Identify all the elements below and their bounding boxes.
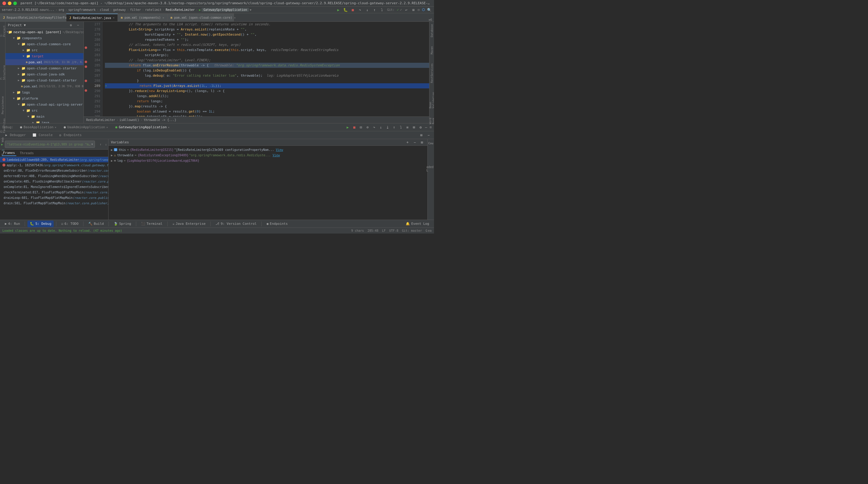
settings-btn[interactable]: ⚙ <box>68 22 74 28</box>
expand-var-btn[interactable]: ▶ <box>111 153 113 157</box>
tree-item-platform[interactable]: ▼ 📁 platform <box>5 95 84 102</box>
breadcrumb-method[interactable]: isAllowed() <box>119 118 139 122</box>
tab-menu-btn[interactable]: ≡6 <box>427 18 434 22</box>
structure-panel-label[interactable]: 7: Structure <box>0 64 6 81</box>
terminal-tool-item[interactable]: ⬛ Terminal <box>138 221 165 227</box>
minimize-panel-btn[interactable]: − <box>426 132 432 138</box>
restservices-panel-label[interactable]: RestServices <box>430 62 433 84</box>
tree-item-target[interactable]: ▼ 📁 target <box>5 53 84 59</box>
wordbook-panel-label[interactable]: Word Book <box>429 116 434 125</box>
frame-item[interactable]: apply:-1, 1825075436 (org.springframewor… <box>0 162 108 168</box>
layout-btn[interactable]: ⊞ <box>418 132 424 138</box>
step-out-debug-btn[interactable]: ↑ <box>391 124 397 130</box>
collapse-btn[interactable]: − <box>75 22 81 28</box>
google-status[interactable]: ea <box>428 229 432 232</box>
breadcrumb-item[interactable]: filter <box>130 8 141 11</box>
thread-selector[interactable]: "lettuce-nioEventLoop-4-1"@13,989 in gro… <box>5 141 95 148</box>
debug-btn[interactable]: 🐛 <box>343 7 349 13</box>
code-editor[interactable]: 277 278 279 280 281 282 283 284 285 286 … <box>84 22 429 116</box>
breadcrumb-class[interactable]: RedisRateLimiter <box>86 118 115 122</box>
tree-item-common-core[interactable]: ▼ 📁 open-cloud-common-core <box>5 41 84 47</box>
tree-item-components[interactable]: ▼ 📁 components <box>5 35 84 41</box>
frame-item[interactable]: checkTerminated:817, FluxFlatMap$FlatMap… <box>0 190 108 195</box>
evaluate-btn[interactable]: ≡ <box>404 124 410 130</box>
thread-up-btn[interactable]: ↑ <box>98 142 103 147</box>
step-over-btn[interactable]: ↷ <box>357 7 363 13</box>
step-into-debug-btn[interactable]: ↓ <box>378 124 384 130</box>
run-cursor-btn[interactable]: ⤵ <box>379 7 385 13</box>
var-item-this[interactable]: ▶ ○ this = {RedisRateLimiter@15215} "[Re… <box>108 147 427 152</box>
frame-item[interactable]: onError:88, FluxOnErrorResume$ResumeSubs… <box>0 168 108 173</box>
debug-tab-gateway[interactable]: ⬟ GatewaySpringApplication × <box>112 124 173 130</box>
database-panel-label[interactable]: Database <box>430 23 433 38</box>
debug-subtab-console[interactable]: ⬜ Console <box>30 133 56 138</box>
debug-tool-item[interactable]: 🐛 5: Debug <box>27 221 54 227</box>
tree-item-main[interactable]: ▼ 📁 main <box>5 113 84 119</box>
frames-tab-threads[interactable]: Threads <box>19 150 35 156</box>
breadcrumb-item[interactable]: gateway <box>113 8 126 11</box>
breadcrumb-item[interactable]: server-2.2.9.RELEASE-sourc... <box>2 8 55 11</box>
run-cursor-debug-btn[interactable]: ⤵ <box>398 124 404 130</box>
persistence-panel-label[interactable]: Persistence <box>1 95 4 116</box>
breadcrumb-app-item[interactable]: GatewaySpringApplication <box>202 8 249 12</box>
tree-item-pom2[interactable]: m pom.xml 2021/12/22, 2:36 下午, 838 B 3 m… <box>5 83 84 89</box>
encoding-status[interactable]: UTF-8 <box>390 229 398 232</box>
spring-tool-item[interactable]: 🍃 Spring <box>111 221 133 227</box>
force-step-btn[interactable]: ⤓ <box>384 124 391 130</box>
frame-item[interactable]: deferredError:408, FluxUsingWhen$UsingWh… <box>0 173 108 179</box>
minimize-button[interactable] <box>8 1 11 5</box>
undo-btn[interactable]: ↩ <box>403 7 409 13</box>
breadcrumb-item[interactable]: ratelimit <box>145 8 161 11</box>
favorites-panel-label[interactable]: 2: Favorites <box>0 117 6 134</box>
versioncontrol-tool-item[interactable]: ⎇ 9: Version Control <box>213 221 259 227</box>
frame-item[interactable]: drain:581, FluxFlatMap$FlatMapMain (reac… <box>0 200 108 206</box>
web-panel-label[interactable]: Web <box>1 136 4 143</box>
settings-variables-btn[interactable]: ⊞ <box>419 139 425 145</box>
tree-item-root[interactable]: ▼ 📁 nextop-open-api [parent] ~/Desktop/c… <box>5 29 84 35</box>
code-content[interactable]: // The arguments to the LUA script. time… <box>102 22 429 116</box>
breadcrumb-lambda[interactable]: throwable -> {...} <box>144 118 176 122</box>
run-tool-item[interactable]: ▶ 4: Run <box>2 221 22 227</box>
eventlog-tool-item[interactable]: 🔔 Event Log <box>403 221 432 227</box>
frame-item[interactable]: onComplete:81, MonoIgnoreElements$Ignore… <box>0 184 108 190</box>
collapse-debug-btn[interactable]: − <box>425 125 427 130</box>
tab-requestratelimiter[interactable]: J RequestRateLimiterGatewayFilterFactory… <box>0 13 66 22</box>
breadcrumb-item[interactable]: org <box>59 8 64 11</box>
tab-pomxml-components[interactable]: m pom.xml (components) × <box>118 13 167 22</box>
expand-var-btn[interactable]: ▶ <box>111 148 113 151</box>
todo-tool-item[interactable]: ☑ 6: TODO <box>59 221 81 227</box>
tree-item-logs[interactable]: ▶ 📁 logs <box>5 89 84 95</box>
stop-btn[interactable]: ■ <box>350 7 356 13</box>
run-btn[interactable]: ▶ <box>336 7 341 13</box>
javaenterprise-tool-item[interactable]: ☕ Java Enterprise <box>170 221 208 227</box>
tree-item-tenant-starter[interactable]: ▶ 📁 open-cloud-tenant-starter <box>5 77 84 83</box>
resume-btn[interactable]: ▶ <box>345 124 351 130</box>
var-item-log[interactable]: ▶ ∞ log = {LogAdapter$Slf4jLocationAware… <box>108 158 427 163</box>
tree-item-java-sdk[interactable]: ▶ 📁 open-cloud-java-sdk <box>5 71 84 77</box>
breakpoint-icon[interactable] <box>84 88 89 93</box>
close-icon[interactable]: × <box>168 126 169 129</box>
git-status[interactable]: Git: master <box>402 229 422 232</box>
breakpoint-icon[interactable] <box>84 64 89 69</box>
tab-close-btn[interactable]: × <box>113 16 114 19</box>
counter-icon[interactable]: Cou <box>428 140 434 146</box>
view-breakpoints-btn[interactable]: ⊟ <box>358 124 364 130</box>
debug-tab-baseapp[interactable]: ⬟ BaseApplication × <box>17 124 59 130</box>
debug-subtab-debugger[interactable]: ▶ Debugger <box>2 133 29 138</box>
frame-item[interactable]: drainLoop:601, FluxFlatMap$FlatMapMain (… <box>0 195 108 200</box>
debug-tab-uaaadmin[interactable]: ⬟ UaaAdminApplication × <box>61 124 111 130</box>
step-over-btn[interactable]: ↷ <box>371 124 377 130</box>
debug-subtab-endpoints[interactable]: ◎ Endpoints <box>56 133 85 138</box>
endpoints-tool-item[interactable]: ◉ Endpoints <box>264 221 290 227</box>
remove-variable-btn[interactable]: − <box>412 139 418 145</box>
add-variable-btn[interactable]: + <box>404 139 410 145</box>
frame-item[interactable]: lambda$isAllowed$0:289, RedisRateLimiter… <box>0 157 108 162</box>
tree-item-pom-highlighted[interactable]: m pom.xml 2022/1/18, 11:36 上午, 6.64 kB 2… <box>5 59 84 65</box>
var-item-throwable[interactable]: ▶ ⚠ throwable = {RedisSystemException@39… <box>108 152 427 158</box>
expand-var-btn[interactable]: ▶ <box>111 159 113 162</box>
view-this-btn[interactable]: View <box>276 148 283 151</box>
stop-debug-btn[interactable]: ■ <box>351 124 358 130</box>
extra-panel-btn[interactable]: ⊞ <box>430 125 432 129</box>
tree-item-src2[interactable]: ▼ 📁 src <box>5 107 84 113</box>
beanvalidation-panel-label[interactable]: Bean Validation <box>429 91 434 110</box>
